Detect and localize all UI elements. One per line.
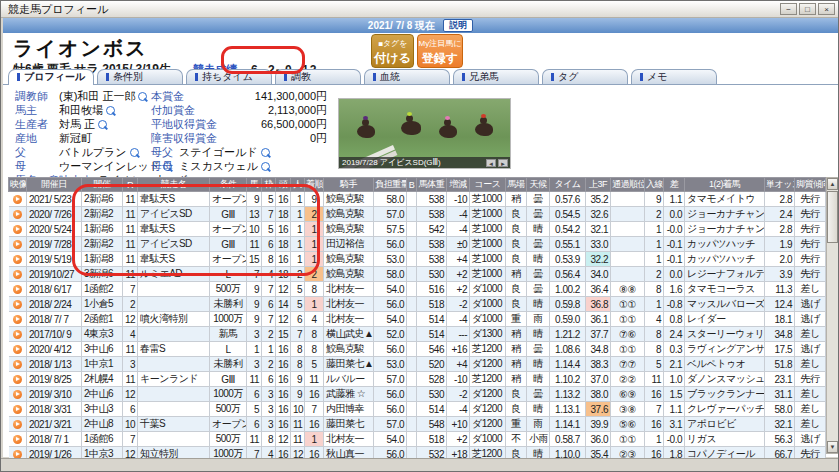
column-header[interactable]: 着順 <box>305 178 324 192</box>
video-icon[interactable] <box>13 315 22 324</box>
cell-video <box>9 282 27 297</box>
register-watchlist-button[interactable]: My注目馬に 登録する <box>417 34 463 68</box>
table-row[interactable]: 2019/10/273新潟611ルミエADL741822鮫島克駿58.0530+… <box>9 267 826 282</box>
cell-b <box>407 327 417 342</box>
cell-race <box>138 282 210 297</box>
cell-kai: 1函館2 <box>82 282 123 297</box>
table-row[interactable]: 2018/ 3/313中山36500万5316107内田博幸56.0514-4ダ… <box>9 402 826 417</box>
column-header[interactable]: 条件 <box>210 178 247 192</box>
video-icon[interactable] <box>13 345 22 354</box>
column-header[interactable]: 枠 <box>262 178 276 192</box>
video-icon[interactable] <box>13 285 22 294</box>
column-header[interactable]: 人 <box>291 178 305 192</box>
scroll-down-button[interactable]: ▼ <box>827 441 838 453</box>
video-icon[interactable] <box>13 405 22 414</box>
magnifier-icon[interactable] <box>98 120 107 129</box>
column-header[interactable]: 1(2)着馬 <box>685 178 765 192</box>
tab-2[interactable]: 持ちタイム <box>186 69 272 84</box>
video-icon[interactable] <box>13 225 22 234</box>
column-header[interactable]: 負担重量 <box>374 178 407 192</box>
cell-style: 先行 <box>795 237 826 252</box>
magnifier-icon[interactable] <box>106 106 115 115</box>
magnifier-icon[interactable] <box>130 148 139 157</box>
video-icon[interactable] <box>13 330 22 339</box>
table-row[interactable]: 2017/10/ 94東京34新馬321578横山武史▲52.0514---ダ1… <box>9 327 826 342</box>
cell-tenko: 曇 <box>527 237 550 252</box>
table-row[interactable]: 2019/ 5/191新潟811韋駄天Sオープン1581611鮫島克駿53.05… <box>9 252 826 267</box>
tab-1[interactable]: 条件別 <box>97 69 183 84</box>
table-row[interactable]: 2019/ 3/102中山6121000万6316916武藤雅 ☆56.0530… <box>9 387 826 402</box>
profile-value: バトルプラン <box>59 145 127 159</box>
video-icon[interactable] <box>13 420 22 429</box>
column-header[interactable]: 競走名 <box>138 178 210 192</box>
column-header[interactable]: 増減 <box>447 178 470 192</box>
column-header[interactable]: 開催日 <box>27 178 82 192</box>
table-row[interactable]: 2021/ 5/232新潟611韋駄天Sオープン951619鮫島克駿58.053… <box>9 192 826 207</box>
column-header[interactable]: 馬体重 <box>417 178 447 192</box>
magnifier-icon[interactable] <box>261 162 270 171</box>
add-tag-button[interactable]: ◆タグを 付ける <box>371 34 414 68</box>
column-header[interactable]: 脚質傾向 <box>795 178 826 192</box>
video-icon[interactable] <box>13 435 22 444</box>
column-header[interactable]: 天候 <box>527 178 550 192</box>
photo-prev-button[interactable]: ◄ <box>486 159 496 167</box>
video-icon[interactable] <box>13 390 22 399</box>
table-row[interactable]: 2018/ 7/ 72函館112噴火湾特別1000万971264北村友一54.0… <box>9 312 826 327</box>
column-header[interactable]: 差 <box>664 178 685 192</box>
column-header[interactable]: 開催 <box>82 178 123 192</box>
table-row[interactable]: 2020/ 4/123中山611春雷SL111688鮫島克駿56.0546+16… <box>9 342 826 357</box>
table-row[interactable]: 2018/ 2/241小倉52未勝利961451北村友一56.0518-2ダ10… <box>9 297 826 312</box>
column-header[interactable]: B <box>407 178 417 192</box>
scroll-up-button[interactable]: ▲ <box>827 178 838 190</box>
cell-dwt: +2 <box>447 267 470 282</box>
close-button[interactable]: × <box>818 3 835 15</box>
video-icon[interactable] <box>13 240 22 249</box>
tab-6[interactable]: タグ <box>542 69 628 84</box>
column-header[interactable]: タイム <box>550 178 586 192</box>
column-header[interactable]: 馬場 <box>506 178 527 192</box>
video-icon[interactable] <box>13 300 22 309</box>
video-icon[interactable] <box>13 195 22 204</box>
explain-button[interactable]: 説明 <box>443 19 473 32</box>
column-header[interactable]: 頭 <box>276 178 291 192</box>
cell-tou: 18 <box>276 237 291 252</box>
table-row[interactable]: 2021/ 3/212中山810千葉Sオープン63161116藤田菜七57.05… <box>9 417 826 432</box>
tab-7[interactable]: メモ <box>631 69 717 84</box>
column-header[interactable]: R <box>123 178 138 192</box>
column-header[interactable]: 映像 <box>9 178 27 192</box>
tab-5[interactable]: 兄弟馬 <box>453 69 539 84</box>
tab-4[interactable]: 血統 <box>364 69 450 84</box>
vertical-scrollbar[interactable]: ▲ ▼ <box>826 177 839 454</box>
column-header[interactable]: 単オッズ <box>765 178 795 192</box>
video-icon[interactable] <box>13 210 22 219</box>
table-row[interactable]: 2019/ 8/252札幌411キーンランドGⅢ11616911ルバルー57.0… <box>9 372 826 387</box>
video-icon[interactable] <box>13 255 22 264</box>
column-header[interactable]: 通過順位 <box>611 178 645 192</box>
video-icon[interactable] <box>13 375 22 384</box>
magnifier-icon[interactable] <box>138 92 147 101</box>
cell-pass <box>611 267 645 282</box>
cell-r: 12 <box>123 387 138 402</box>
tab-3[interactable]: 調教 <box>275 69 361 84</box>
maximize-button[interactable]: □ <box>799 3 816 15</box>
column-header[interactable]: コース <box>470 178 506 192</box>
tab-0[interactable]: プロフィール <box>8 69 94 84</box>
scrollbar-thumb[interactable] <box>827 191 838 243</box>
column-header[interactable]: 騎手 <box>324 178 374 192</box>
video-icon[interactable] <box>13 270 22 279</box>
column-header[interactable]: 上3F <box>586 178 611 192</box>
minimize-button[interactable]: − <box>780 3 797 15</box>
column-header[interactable]: 馬 <box>247 178 262 192</box>
table-row[interactable]: 2020/ 7/262新潟211アイビスSDGⅢ1371812鮫島克駿57.05… <box>9 207 826 222</box>
table-row[interactable]: 2019/ 7/282新潟211アイビスSDGⅢ1161811田辺裕信56.05… <box>9 237 826 252</box>
cell-course: 芝1000 <box>470 192 506 207</box>
column-header[interactable]: 入線 <box>645 178 664 192</box>
table-row[interactable]: 2018/ 6/171函館27500万971258北村友一54.0516+2ダ1… <box>9 282 826 297</box>
table-row[interactable]: 2020/ 5/241新潟611韋駄天Sオープン1051611鮫島克駿57.55… <box>9 222 826 237</box>
video-icon[interactable] <box>13 360 22 369</box>
table-row[interactable]: 2018/ 1/131中京13未勝利321685藤田菜七▲53.0520+4ダ1… <box>9 357 826 372</box>
photo-next-button[interactable]: ► <box>498 159 508 167</box>
magnifier-icon[interactable] <box>261 148 270 157</box>
table-row[interactable]: 2018/ 7/ 11函館67500万11812111北村友一54.0518+2… <box>9 432 826 447</box>
cell-course: ダ1200 <box>470 402 506 417</box>
